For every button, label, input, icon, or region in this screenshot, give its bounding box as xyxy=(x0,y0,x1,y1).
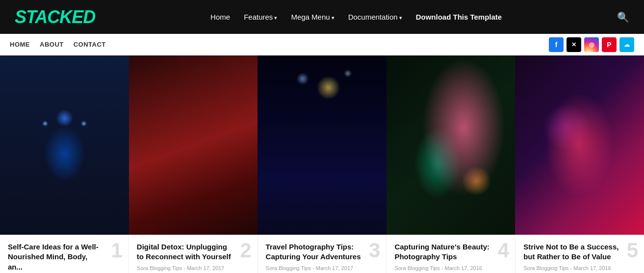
article-number-2: 2 xyxy=(240,240,251,261)
article-meta-2: Sora Blogging Tips - March 17, 2017 xyxy=(137,265,250,271)
featured-image-1[interactable] xyxy=(0,55,129,235)
article-number-4: 4 xyxy=(498,240,509,261)
article-title-1: Self-Care Ideas for a Well-Nourished Min… xyxy=(8,242,103,272)
article-item-2[interactable]: 2 Digital Detox: Unplugging to Reconnect… xyxy=(129,235,258,273)
article-title-5: Strive Not to Be a Success, but Rather t… xyxy=(523,242,619,262)
article-title-3: Travel Photography Tips: Capturing Your … xyxy=(266,242,361,262)
top-nav-links: Home Features Mega Menu Documentation Do… xyxy=(210,13,502,21)
featured-images-row xyxy=(0,55,644,235)
featured-image-2[interactable] xyxy=(129,55,258,235)
article-item-4[interactable]: 4 Capturing Nature's Beauty: Photography… xyxy=(386,235,515,273)
search-button[interactable]: 🔍 xyxy=(617,11,629,23)
top-nav: STACKED Home Features Mega Menu Document… xyxy=(0,0,644,34)
facebook-icon[interactable]: f xyxy=(549,37,564,52)
nav-features[interactable]: Features xyxy=(244,13,277,21)
featured-image-5[interactable] xyxy=(515,55,644,235)
article-title-2: Digital Detox: Unplugging to Reconnect w… xyxy=(137,242,232,262)
instagram-icon[interactable]: ◎ xyxy=(584,37,599,52)
article-item-1[interactable]: 1 Self-Care Ideas for a Well-Nourished M… xyxy=(0,235,129,273)
secondary-nav-links: HOME ABOUT CONTACT xyxy=(10,41,106,48)
article-meta-5: Sora Blogging Tips - March 17, 2016 xyxy=(523,265,636,271)
nav-home[interactable]: Home xyxy=(210,13,230,21)
secondary-nav-about[interactable]: ABOUT xyxy=(40,41,64,48)
article-item-3[interactable]: 3 Travel Photography Tips: Capturing You… xyxy=(258,235,387,273)
article-title-4: Capturing Nature's Beauty: Photography T… xyxy=(394,242,490,262)
social-icons: f ✕ ◎ P ☁ xyxy=(549,37,634,52)
featured-image-3[interactable] xyxy=(258,55,386,235)
site-logo[interactable]: STACKED xyxy=(15,7,95,27)
x-twitter-icon[interactable]: ✕ xyxy=(567,37,581,52)
secondary-nav-home[interactable]: HOME xyxy=(10,41,30,48)
featured-image-4[interactable] xyxy=(386,55,515,235)
article-number-3: 3 xyxy=(369,240,380,261)
nav-mega-menu[interactable]: Mega Menu xyxy=(291,13,334,21)
skype-icon[interactable]: ☁ xyxy=(619,37,634,52)
nav-documentation[interactable]: Documentation xyxy=(348,13,402,21)
article-number-1: 1 xyxy=(111,240,122,261)
secondary-nav-contact[interactable]: CONTACT xyxy=(74,41,106,48)
article-meta-4: Sora Blogging Tips - March 17, 2016 xyxy=(394,265,507,271)
articles-row: 1 Self-Care Ideas for a Well-Nourished M… xyxy=(0,235,644,273)
pinterest-icon[interactable]: P xyxy=(602,37,617,52)
nav-download[interactable]: Download This Template xyxy=(416,13,502,21)
article-item-5[interactable]: 5 Strive Not to Be a Success, but Rather… xyxy=(515,235,644,273)
secondary-nav: HOME ABOUT CONTACT f ✕ ◎ P ☁ xyxy=(0,34,644,55)
article-number-5: 5 xyxy=(627,240,638,261)
article-meta-3: Sora Blogging Tips - March 17, 2017 xyxy=(266,265,379,271)
